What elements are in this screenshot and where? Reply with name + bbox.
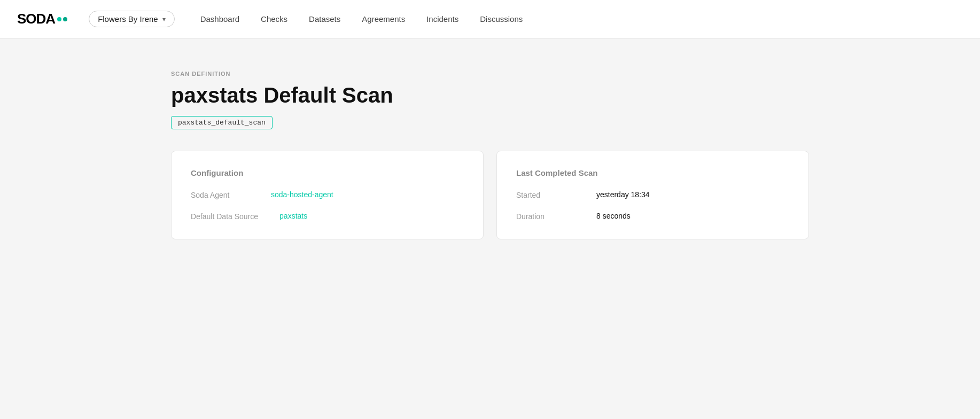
config-datasource-row: Default Data Source paxstats	[191, 212, 464, 222]
logo-dot-2	[63, 17, 67, 21]
nav-item-checks[interactable]: Checks	[261, 14, 287, 24]
logo-dot-1	[57, 17, 61, 21]
scan-duration-row: Duration 8 seconds	[516, 212, 789, 222]
soda-agent-value[interactable]: soda-hosted-agent	[271, 190, 333, 199]
scan-started-row: Started yesterday 18:34	[516, 190, 789, 201]
chevron-down-icon: ▾	[162, 15, 166, 23]
started-label: Started	[516, 190, 575, 201]
scan-id-badge: paxstats_default_scan	[171, 116, 273, 129]
nav-item-discussions[interactable]: Discussions	[480, 14, 523, 24]
header: SODA Flowers By Irene ▾ Dashboard Checks…	[0, 0, 980, 38]
nav-item-incidents[interactable]: Incidents	[426, 14, 458, 24]
config-soda-agent-row: Soda Agent soda-hosted-agent	[191, 190, 464, 201]
logo-text: SODA	[17, 11, 55, 27]
nav-item-dashboard[interactable]: Dashboard	[200, 14, 239, 24]
started-value: yesterday 18:34	[596, 190, 650, 199]
datasource-value[interactable]: paxstats	[279, 212, 307, 220]
last-scan-card-title: Last Completed Scan	[516, 168, 789, 177]
page-title: paxstats Default Scan	[171, 83, 809, 107]
datasource-label: Default Data Source	[191, 212, 258, 222]
nav-item-datasets[interactable]: Datasets	[309, 14, 340, 24]
nav-item-agreements[interactable]: Agreements	[362, 14, 405, 24]
org-selector-button[interactable]: Flowers By Irene ▾	[89, 11, 175, 27]
duration-value: 8 seconds	[596, 212, 631, 220]
configuration-card: Configuration Soda Agent soda-hosted-age…	[171, 151, 484, 239]
soda-agent-label: Soda Agent	[191, 190, 250, 201]
last-scan-card: Last Completed Scan Started yesterday 18…	[496, 151, 809, 239]
main-content: SCAN DEFINITION paxstats Default Scan pa…	[0, 38, 980, 419]
org-selector-label: Flowers By Irene	[98, 14, 158, 24]
logo: SODA	[17, 11, 67, 27]
config-card-title: Configuration	[191, 168, 464, 177]
logo-dots	[57, 17, 67, 21]
duration-label: Duration	[516, 212, 575, 222]
main-nav: Dashboard Checks Datasets Agreements Inc…	[200, 14, 523, 24]
section-label: SCAN DEFINITION	[171, 71, 809, 77]
cards-row: Configuration Soda Agent soda-hosted-age…	[171, 151, 809, 239]
